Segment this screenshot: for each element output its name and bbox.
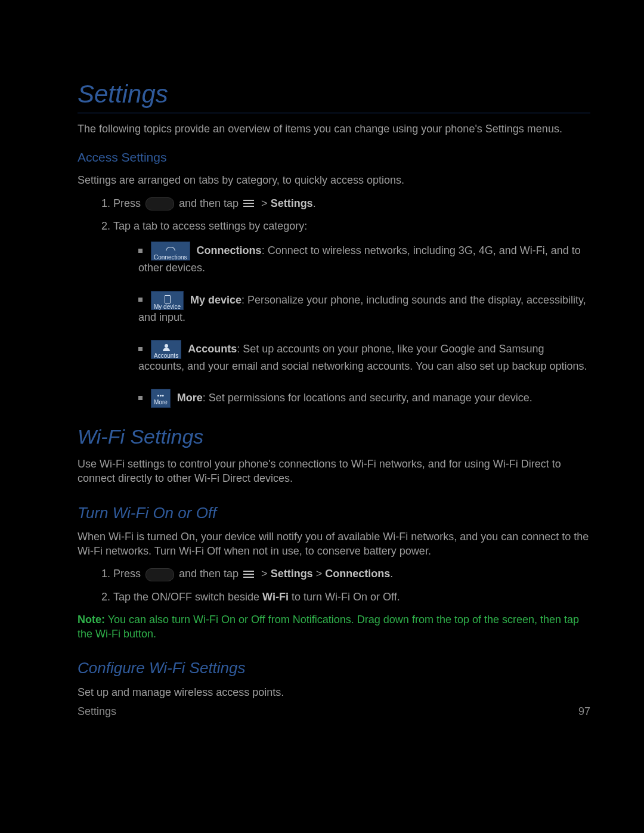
tab-item-more: •••More More: Set permissions for locati… [138, 389, 590, 408]
home-button-icon [145, 568, 174, 581]
turn-wifi-step-2: Tap the ON/OFF switch beside Wi-Fi to tu… [113, 590, 590, 604]
bullet-icon [138, 347, 143, 351]
menu-icon [243, 199, 256, 209]
turn-wifi-intro: When Wi-Fi is turned On, your device wil… [78, 529, 590, 559]
accounts-bold: Accounts [188, 343, 237, 355]
text: > [258, 568, 271, 580]
more-tab-icon: •••More [151, 389, 171, 408]
turn-wifi-heading: Turn Wi-Fi On or Off [78, 503, 590, 524]
access-settings-heading: Access Settings [78, 149, 590, 166]
connections-tab-icon: Connections [151, 241, 190, 261]
note-text: You can also turn Wi-Fi On or Off from N… [78, 614, 579, 640]
connections-bold: Connections [197, 244, 262, 256]
page-title: Settings [78, 78, 590, 113]
bullet-icon [138, 249, 143, 253]
page-footer: Settings 97 [78, 704, 590, 719]
settings-bold: Settings [271, 568, 313, 580]
settings-bold: Settings [271, 197, 313, 209]
tab-item-mydevice: My device My device: Personalize your ph… [138, 291, 590, 324]
configure-wifi-intro: Set up and manage wireless access points… [78, 685, 590, 699]
wifi-note: Note: You can also turn Wi-Fi On or Off … [78, 612, 590, 642]
mydevice-bold: My device [190, 293, 242, 305]
text: to turn Wi-Fi On or Off. [289, 591, 400, 603]
wifi-settings-heading: Wi-Fi Settings [78, 423, 590, 451]
menu-icon [243, 570, 256, 580]
text: and then tap [176, 197, 242, 209]
access-step-2: Tap a tab to access settings by category… [113, 219, 590, 408]
home-button-icon [145, 197, 174, 210]
configure-wifi-heading: Configure Wi-Fi Settings [78, 658, 590, 679]
more-bold: More [177, 392, 203, 404]
accounts-tab-icon: Accounts [151, 340, 181, 359]
wifi-settings-intro: Use Wi-Fi settings to control your phone… [78, 457, 590, 486]
text: . [313, 197, 316, 209]
bullet-icon [138, 396, 143, 400]
text: and then tap [176, 568, 242, 580]
access-step-1: Press and then tap > Settings. [113, 196, 590, 210]
turn-wifi-step-1: Press and then tap > Settings > Connecti… [113, 566, 590, 581]
text: > [258, 197, 271, 209]
tab-item-connections: Connections Connections: Connect to wire… [138, 241, 590, 275]
text: . [390, 568, 393, 580]
text: Tap the ON/OFF switch beside [113, 591, 262, 603]
text: Press [113, 197, 144, 209]
access-settings-intro: Settings are arranged on tabs by categor… [78, 173, 590, 187]
mydevice-tab-icon: My device [151, 291, 184, 310]
more-desc: : Set permissions for locations and secu… [203, 392, 532, 404]
text: > [313, 568, 326, 580]
footer-left: Settings [78, 704, 116, 719]
tab-item-accounts: Accounts Accounts: Set up accounts on yo… [138, 340, 590, 373]
connections-bold: Connections [325, 568, 390, 580]
intro-text: The following topics provide an overview… [78, 122, 590, 136]
note-label: Note: [78, 614, 105, 625]
bullet-icon [138, 298, 143, 302]
text: Press [113, 568, 144, 580]
footer-page-number: 97 [578, 704, 590, 719]
wifi-bold: Wi-Fi [262, 591, 289, 603]
text: Tap a tab to access settings by category… [113, 220, 307, 232]
